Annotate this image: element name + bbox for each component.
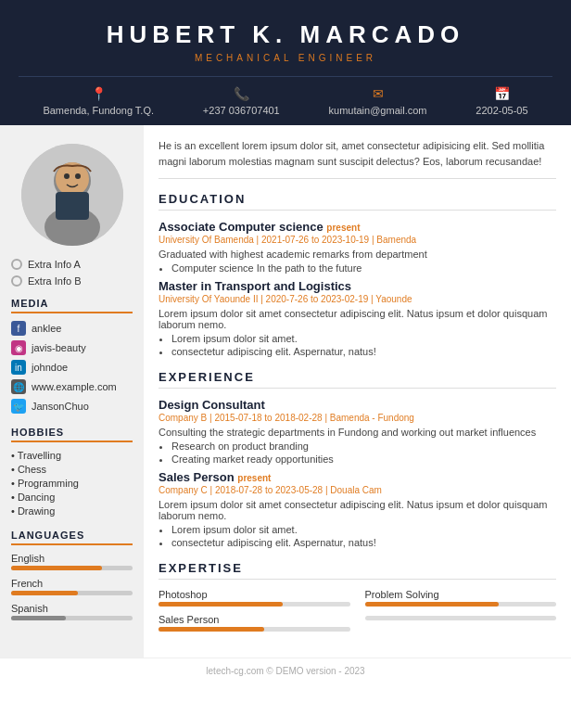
expertise-bar-photoshop-bg xyxy=(159,602,350,607)
media-list: f anklee ◉ javis-beauty in johndoe 🌐 www… xyxy=(11,321,133,414)
intro-text: He is an excellent lorem ipsum dolor sit… xyxy=(159,138,556,179)
media-instagram: ◉ javis-beauty xyxy=(11,340,133,355)
contact-email: ✉ kumutain@gmail.com xyxy=(329,86,427,116)
expertise-photoshop: Photoshop xyxy=(159,589,350,607)
experience-section: EXPERIENCE Design Consultant Company B |… xyxy=(159,370,556,548)
contact-date: 📅 2202-05-05 xyxy=(476,86,527,116)
exp-meta-2: Company C | 2018-07-28 to 2023-05-28 | D… xyxy=(159,485,556,495)
instagram-icon: ◉ xyxy=(11,340,26,355)
exp-desc-1: Consulting the strategic departments in … xyxy=(159,427,556,438)
exp-bullets-2: Lorem ipsum dolor sit amet. consectetur … xyxy=(171,524,556,548)
phone-text: +237 036707401 xyxy=(203,105,280,116)
lang-bar-french-bg xyxy=(11,591,133,595)
header: HUBERT K. MARCADO MECHANICAL ENGINEER 📍 … xyxy=(0,0,571,125)
lang-french: French xyxy=(11,578,133,595)
exp-title-1: Design Consultant xyxy=(159,398,556,412)
hobby-chess: Chess xyxy=(11,464,133,475)
languages-title: LANGUAGES xyxy=(11,530,133,545)
facebook-icon: f xyxy=(11,321,26,336)
lang-bar-english-bg xyxy=(11,566,133,570)
exp-present-badge-2: present xyxy=(237,473,271,483)
education-section: EDUCATION Associate Computer science pre… xyxy=(159,192,556,357)
exp-entry-1: Design Consultant Company B | 2015-07-18… xyxy=(159,398,556,465)
phone-icon: 📞 xyxy=(234,86,249,101)
edu-meta-2: University Of Yaounde II | 2020-7-26 to … xyxy=(159,294,556,304)
expertise-empty xyxy=(365,614,557,632)
date-text: 2202-05-05 xyxy=(476,105,527,116)
hobby-dancing: Dancing xyxy=(11,492,133,503)
body: Extra Info A Extra Info B MEDIA f anklee… xyxy=(0,125,571,658)
avatar xyxy=(21,144,123,246)
lang-spanish: Spanish xyxy=(11,603,133,620)
edu-entry-2: Master in Transport and Logistics Univer… xyxy=(159,279,556,357)
exp-bullets-1: Research on product branding Creating ma… xyxy=(171,441,556,465)
media-web: 🌐 www.example.com xyxy=(11,379,133,394)
linkedin-icon: in xyxy=(11,360,26,375)
extra-info: Extra Info A Extra Info B xyxy=(11,259,133,287)
lang-bar-english-fill xyxy=(11,566,102,570)
location-icon: 📍 xyxy=(91,86,107,101)
sidebar: Extra Info A Extra Info B MEDIA f anklee… xyxy=(0,125,144,658)
expertise-grid: Photoshop Problem Solving Sales Person xyxy=(159,589,556,632)
expertise-problem-solving: Problem Solving xyxy=(365,589,557,607)
hobby-drawing: Drawing xyxy=(11,505,133,517)
lang-bar-spanish-bg xyxy=(11,616,133,620)
media-twitter: 🐦 JansonChuo xyxy=(11,399,133,414)
resume: HUBERT K. MARCADO MECHANICAL ENGINEER 📍 … xyxy=(0,0,571,728)
twitter-icon: 🐦 xyxy=(11,399,26,414)
hobby-travelling: Travelling xyxy=(11,450,133,461)
edu-degree-1: Associate Computer science present xyxy=(159,220,556,234)
experience-title: EXPERIENCE xyxy=(159,370,556,389)
lang-bar-french-fill xyxy=(11,591,78,595)
svg-rect-4 xyxy=(56,192,89,220)
extra-dot-icon xyxy=(11,275,22,287)
footer-text: letech-cg.com © DEMO version - 2023 xyxy=(206,666,364,676)
education-title: EDUCATION xyxy=(159,192,556,211)
lang-english: English xyxy=(11,553,133,570)
contact-phone: 📞 +237 036707401 xyxy=(203,86,280,116)
main-content: He is an excellent lorem ipsum dolor sit… xyxy=(144,125,571,658)
lang-bar-spanish-fill xyxy=(11,616,66,620)
media-linkedin: in johndoe xyxy=(11,360,133,375)
web-icon: 🌐 xyxy=(11,379,26,394)
media-title: MEDIA xyxy=(11,298,133,313)
exp-title-2: Sales Person present xyxy=(159,470,556,484)
hobby-programming: Programming xyxy=(11,478,133,489)
location-text: Bamenda, Fundong T.Q. xyxy=(43,105,154,116)
edu-entry-1: Associate Computer science present Unive… xyxy=(159,220,556,274)
exp-desc-2: Lorem ipsum dolor sit amet consectetur a… xyxy=(159,499,556,521)
contact-location: 📍 Bamenda, Fundong T.Q. xyxy=(43,86,154,116)
svg-point-5 xyxy=(64,173,70,179)
email-icon: ✉ xyxy=(373,86,384,101)
svg-point-6 xyxy=(75,173,81,179)
media-facebook: f anklee xyxy=(11,321,133,336)
expertise-title: EXPERTISE xyxy=(159,561,556,580)
expertise-bar-problem-fill xyxy=(365,602,500,607)
edu-bullets-2: Lorem ipsum dolor sit amet. consectetur … xyxy=(171,333,556,357)
expertise-bar-empty-bg xyxy=(365,616,557,620)
expertise-bar-sales-bg xyxy=(159,627,350,632)
extra-dot-icon xyxy=(11,259,22,270)
expertise-sales: Sales Person xyxy=(159,614,350,632)
expertise-bar-problem-bg xyxy=(365,602,557,607)
email-text: kumutain@gmail.com xyxy=(329,105,427,116)
edu-meta-1: University Of Bamenda | 2021-07-26 to 20… xyxy=(159,235,556,245)
expertise-section: EXPERTISE Photoshop Problem Solving xyxy=(159,561,556,632)
extra-info-a: Extra Info A xyxy=(11,259,133,270)
candidate-title: MECHANICAL ENGINEER xyxy=(19,53,552,63)
edu-desc-1: Graduated with highest academic remarks … xyxy=(159,249,556,260)
edu-degree-2: Master in Transport and Logistics xyxy=(159,279,556,293)
hobbies-title: HOBBIES xyxy=(11,427,133,442)
exp-meta-1: Company B | 2015-07-18 to 2018-02-28 | B… xyxy=(159,413,556,423)
edu-present-badge-1: present xyxy=(326,223,360,233)
extra-info-b: Extra Info B xyxy=(11,275,133,287)
edu-desc-2: Lorem ipsum dolor sit amet consectetur a… xyxy=(159,308,556,330)
calendar-icon: 📅 xyxy=(494,86,510,101)
languages-list: English French Spanish xyxy=(11,553,133,620)
expertise-bar-sales-fill xyxy=(159,627,264,632)
edu-bullets-1: Computer science In the path to the futu… xyxy=(171,262,556,274)
expertise-bar-photoshop-fill xyxy=(159,602,283,607)
footer: letech-cg.com © DEMO version - 2023 xyxy=(0,658,571,683)
hobbies-list: Travelling Chess Programming Dancing Dra… xyxy=(11,450,133,517)
exp-entry-2: Sales Person present Company C | 2018-07… xyxy=(159,470,556,548)
